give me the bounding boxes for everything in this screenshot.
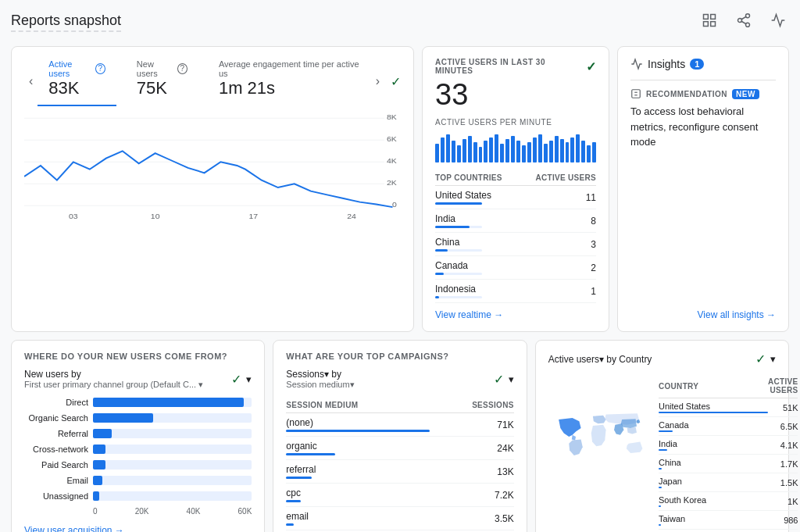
top-countries-header: TOP COUNTRIES ACTIVE USERS <box>435 170 596 186</box>
geo-country-row: India 4.1K <box>659 436 798 455</box>
x-axis-label: 40K <box>187 507 201 516</box>
new-users-selector-row: New users by First user primary channel … <box>24 369 252 390</box>
svg-point-5 <box>738 19 742 23</box>
svg-rect-2 <box>704 22 709 27</box>
mini-bar <box>479 147 483 162</box>
svg-line-7 <box>741 21 746 23</box>
metrics-tabs: ‹ Active users ? 83K New users ? 75K <box>24 56 401 106</box>
mini-bar <box>555 136 559 162</box>
svg-rect-24 <box>632 90 641 98</box>
active-users-info-icon[interactable]: ? <box>95 63 105 74</box>
sessions-row: email 3.5K <box>286 507 513 530</box>
mini-bar <box>576 134 580 162</box>
view-user-acquisition-link[interactable]: View user acquisition → <box>24 525 252 532</box>
svg-text:8K: 8K <box>387 113 397 121</box>
geo-country-table: COUNTRY ACTIVE USERS United States 51K C… <box>659 374 798 530</box>
view-realtime-link[interactable]: View realtime → <box>435 309 596 320</box>
mini-bar <box>533 137 537 162</box>
realtime-country-row: Canada 2 <box>435 256 596 280</box>
svg-text:24: 24 <box>347 212 356 220</box>
geo-country-row: China 1.7K <box>659 455 798 473</box>
new-users-card: WHERE DO YOUR NEW USERS COME FROM? New u… <box>11 340 265 532</box>
settings-icon[interactable] <box>767 9 789 35</box>
mini-bar-chart <box>435 131 596 162</box>
svg-text:4K: 4K <box>387 157 397 165</box>
svg-point-6 <box>746 23 750 27</box>
campaigns-check: ✓ <box>494 372 504 387</box>
mini-bar <box>435 144 439 162</box>
svg-text:10: 10 <box>151 212 160 220</box>
mini-bar <box>500 144 504 162</box>
active-users-value: 83K <box>48 78 105 98</box>
svg-rect-0 <box>704 15 709 20</box>
geo-selector-row: Active users▾ by Country ✓ ▾ <box>548 352 776 366</box>
svg-point-4 <box>746 14 750 18</box>
sessions-row: (none) 71K <box>286 413 513 437</box>
campaigns-selector[interactable]: Sessions▾ by <box>286 369 354 380</box>
sessions-row: cpc 7.2K <box>286 484 513 507</box>
recommendation-label: RECOMMENDATION New <box>630 88 776 99</box>
new-users-info-icon[interactable]: ? <box>177 63 188 74</box>
rec-label-text: RECOMMENDATION <box>646 90 727 98</box>
next-metric-arrow[interactable]: › <box>371 74 384 88</box>
mini-bar <box>592 142 596 162</box>
campaigns-controls: ✓ ▾ <box>494 372 514 387</box>
campaigns-dropdown-arrow[interactable]: ▾ <box>509 373 514 385</box>
insights-title: Insights <box>648 58 685 70</box>
view-insights-link[interactable]: View all insights → <box>698 309 777 320</box>
campaigns-title: WHAT ARE YOUR TOP CAMPAIGNS? <box>286 352 513 361</box>
realtime-country-row: Indonesia 1 <box>435 280 596 303</box>
campaigns-selector-sub[interactable]: Session medium▾ <box>286 380 354 390</box>
insights-badge: 1 <box>690 59 704 70</box>
mini-bar <box>505 139 509 162</box>
new-users-bar-row: Unassigned <box>24 491 252 501</box>
realtime-label: ACTIVE USERS IN LAST 30 MINUTES ✓ <box>435 58 596 75</box>
svg-text:6K: 6K <box>387 135 397 143</box>
new-users-bar-row: Organic Search <box>24 413 252 423</box>
svg-rect-1 <box>711 15 716 20</box>
geo-dropdown-arrow[interactable]: ▾ <box>770 353 776 365</box>
mini-bar <box>473 142 477 162</box>
sessions-row: referral 13K <box>286 460 513 484</box>
mini-bar <box>581 141 585 162</box>
metrics-chart: 8K 6K 4K 2K 0 03 Nov 10 <box>24 111 401 220</box>
mini-bar <box>522 145 526 162</box>
new-users-selector[interactable]: New users by <box>24 369 203 380</box>
svg-line-8 <box>741 16 746 19</box>
top-countries-col2: ACTIVE USERS <box>535 173 596 182</box>
geo-country-row: United States 51K <box>659 398 798 417</box>
geo-card: Active users▾ by Country ✓ ▾ <box>535 340 789 532</box>
mini-bar <box>468 136 472 162</box>
svg-text:Nov: Nov <box>66 220 81 220</box>
share-icon[interactable] <box>733 9 755 35</box>
geo-selector[interactable]: Active users▾ by Country <box>548 354 652 365</box>
mini-bar <box>462 139 466 162</box>
prev-metric-arrow[interactable]: ‹ <box>24 74 38 88</box>
world-map <box>548 374 651 530</box>
geo-country-col: COUNTRY <box>659 374 768 398</box>
avg-engagement-label: Average engagement time per active us <box>219 59 360 78</box>
new-users-bar-row: Cross-network <box>24 445 252 454</box>
top-countries-col1: TOP COUNTRIES <box>435 173 502 182</box>
geo-country-row: Canada 6.5K <box>659 417 798 436</box>
realtime-card: ACTIVE USERS IN LAST 30 MINUTES ✓ 33 ACT… <box>422 46 609 332</box>
insights-label: Insights 1 <box>630 58 776 70</box>
new-users-x-axis: 020K40K60K <box>24 507 252 516</box>
new-users-selector-text: New users by <box>24 369 81 380</box>
mini-bar <box>587 145 591 162</box>
new-users-check: ✓ <box>231 372 241 387</box>
realtime-value: 33 <box>435 78 596 112</box>
new-users-dropdown-arrow[interactable]: ▾ <box>246 373 252 385</box>
sessions-count-header: SESSIONS <box>430 398 513 413</box>
tab-new-users[interactable]: New users ? 75K <box>126 56 198 106</box>
mini-bar <box>560 139 564 162</box>
tab-avg-engagement[interactable]: Average engagement time per active us 1m… <box>208 56 371 106</box>
campaigns-selector-row: Sessions▾ by Session medium▾ ✓ ▾ <box>286 369 513 390</box>
map-container: COUNTRY ACTIVE USERS United States 51K C… <box>548 374 776 530</box>
new-users-label: New users <box>137 59 174 78</box>
new-users-controls: ✓ ▾ <box>231 372 252 387</box>
realtime-sub-label: ACTIVE USERS PER MINUTE <box>435 118 596 127</box>
new-users-selector-sub[interactable]: First user primary channel group (Defaul… <box>24 380 203 390</box>
customize-icon[interactable] <box>698 9 720 35</box>
tab-active-users[interactable]: Active users ? 83K <box>38 56 116 106</box>
